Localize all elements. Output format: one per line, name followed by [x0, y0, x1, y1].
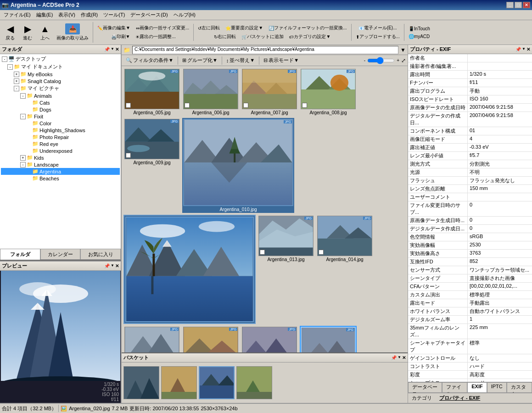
tree-item-redeye[interactable]: 📁 Red eye [1, 140, 120, 147]
thumb-checkbox-009[interactable] [126, 153, 131, 158]
menu-tools[interactable]: ツール(T) [101, 11, 128, 19]
props-pin-button[interactable]: 📌 [515, 47, 521, 52]
import-button[interactable]: 📥 画像の取り込み [54, 22, 91, 43]
preview-pin-button[interactable]: 📌 [104, 263, 110, 268]
props-tab-file[interactable]: ファイル [442, 382, 467, 393]
tree-item-kids[interactable]: + 📁 Kids [1, 154, 120, 161]
props-tab-iptc[interactable]: IPTC [487, 382, 507, 393]
preview-close-button[interactable]: ✕ [115, 263, 119, 268]
tree-item-mypictures[interactable]: - 📁 マイ ピクチャ [1, 84, 120, 92]
group-button[interactable]: ⊞ グループ化▼ [180, 56, 220, 65]
batch-resize-button[interactable]: ⇔ 画像の一括サイズ変更... [134, 24, 191, 32]
folder-tab[interactable]: フォルダ [0, 249, 40, 260]
intouch-button[interactable]: 📱 InTouch [406, 25, 432, 32]
maximize-button[interactable]: □ [515, 2, 522, 8]
props-menu-button[interactable]: ▼ [522, 47, 526, 52]
tree-item-landscape[interactable]: - 📁 Landscape [1, 161, 120, 168]
tree-item-fixit[interactable]: - 📁 Fixit [1, 113, 120, 120]
thumb-checkbox-008[interactable] [302, 103, 307, 108]
tree-toggle[interactable]: + [20, 155, 26, 161]
folder-tree[interactable]: - 🖥️ デスクトップ - 📁 マイ ドキュメント + 📁 My eBooks … [0, 54, 121, 249]
sort-button[interactable]: ↕ 並べ替え▼ [224, 56, 257, 65]
thumb-checkbox-005[interactable] [126, 103, 131, 108]
basket-item-1[interactable] [123, 366, 159, 399]
thumb-item-006[interactable]: JPG Argentina_006.jpg [182, 68, 239, 116]
tree-item-snagit[interactable]: + 📁 SnagIt Catalog [1, 78, 120, 84]
view-mode-button[interactable]: ⊟ 表示モード▼ [261, 56, 301, 65]
tree-toggle[interactable]: - [20, 162, 26, 167]
thumb-checkbox-013[interactable] [260, 250, 265, 255]
tree-toggle[interactable]: - [20, 93, 26, 99]
preview-menu-button[interactable]: ▼ [111, 263, 114, 268]
thumb-item-005[interactable]: JPG Argentina_005.jpg [123, 68, 180, 116]
rotate-left-button[interactable]: ↺ 左に回転 [196, 24, 222, 32]
thumb-checkbox-007[interactable] [243, 103, 248, 108]
thumbnail-area[interactable]: JPG Argentina_005.jpg [122, 66, 408, 352]
tree-item-underexposed[interactable]: 📁 Underexposed [1, 147, 120, 154]
tree-item-argentina[interactable]: 📁 Argentina [1, 168, 120, 175]
tree-item-beaches[interactable]: 📁 Beaches [1, 175, 120, 182]
props-close-button[interactable]: ✕ [526, 47, 530, 52]
forward-button[interactable]: ▶ 進む [19, 22, 36, 43]
menu-database[interactable]: データベース(D) [128, 11, 170, 19]
tree-item-photorepair[interactable]: 📁 Photo Repair [1, 134, 120, 140]
up-button[interactable]: ▲ 上へ [37, 22, 53, 43]
thumb-item-010-large[interactable]: JPG Argentina_010.jpg [182, 118, 294, 213]
tree-item-desktop[interactable]: - 🖥️ デスクトップ [1, 55, 120, 63]
tree-item-animals[interactable]: - 📁 Animals [1, 92, 120, 99]
props-exif-tab[interactable]: プロパティ - EXIF [437, 394, 482, 402]
props-tab-database[interactable]: データベース [408, 382, 442, 393]
tree-toggle[interactable]: - [20, 114, 26, 119]
category-set-button[interactable]: 🏷 カテゴリの設定▼ [287, 33, 333, 41]
thumb-item-009[interactable]: JPG Argentina_009.jpg [123, 118, 180, 213]
zoom-expand-button[interactable]: ⤢ [401, 57, 406, 64]
props-tab-custom[interactable]: カスタム [507, 382, 532, 393]
tree-item-highlights[interactable]: 📁 Highlights_Shadows [1, 127, 120, 134]
basket-add-button[interactable]: 🛒 バスケットに追加 [239, 33, 286, 41]
tree-toggle[interactable]: - [2, 56, 7, 62]
thumb-item-013[interactable]: JPG Argentina_013.jpg [258, 215, 314, 324]
basket-item-4[interactable] [236, 366, 272, 399]
breadcrumb-dropdown[interactable]: ▼ [400, 47, 406, 53]
edit-image-button[interactable]: ✏️ 画像の編集▼ [95, 24, 133, 32]
thumb-item-008[interactable]: JPG Argentina_008.jpg [300, 68, 357, 116]
props-tab-exif[interactable]: EXIF [467, 382, 487, 393]
basket-menu-button[interactable]: ▼ [398, 355, 401, 360]
menu-file[interactable]: ファイル(E) [1, 11, 34, 19]
menu-view[interactable]: 表示(V) [56, 11, 78, 19]
basket-pin-button[interactable]: 📌 [391, 355, 397, 360]
minimize-button[interactable]: _ [506, 2, 514, 8]
panel-close-button[interactable]: ✕ [115, 47, 119, 52]
tree-item-color[interactable]: 📁 Color [1, 120, 120, 127]
print-button[interactable]: 🖨️ 印刷▼ [109, 33, 133, 41]
upload-button[interactable]: ⬆ アップロードする... [353, 33, 402, 41]
tree-toggle[interactable]: - [7, 64, 13, 70]
tree-item-ebooks[interactable]: + 📁 My eBooks [1, 71, 120, 78]
properties-table[interactable]: 作者名撮影著作者/編集著...露出時間1/320 sFナンバーf/11露出プログ… [408, 54, 532, 382]
thumb-item-018[interactable]: JPG Argentina_018.jpg [182, 326, 239, 352]
importance-button[interactable]: ⭐ 重要度の設定▼ [223, 24, 265, 32]
menu-help[interactable]: ヘルプ(H) [171, 11, 198, 19]
tree-item-mydocs[interactable]: - 📁 マイ ドキュメント [1, 63, 120, 71]
tree-item-cats[interactable]: 📁 Cats [1, 99, 120, 106]
favorites-tab[interactable]: お気に入り [80, 249, 121, 260]
rotate-right-button[interactable]: ↻ 右に回転 [212, 33, 238, 41]
tree-item-dogs[interactable]: 📁 Dogs [1, 106, 120, 113]
email-button[interactable]: 📧 電子メール(E)... [356, 24, 399, 32]
basket-close-button[interactable]: ✕ [402, 355, 406, 360]
zoom-slider[interactable] [367, 57, 395, 64]
menu-create[interactable]: 作成(R) [78, 11, 101, 19]
calendar-tab[interactable]: カレンダー [40, 249, 81, 260]
breadcrumb-icon[interactable]: 📁 [123, 47, 130, 53]
back-button[interactable]: ◀ 戻る [2, 22, 18, 43]
filter-button[interactable]: 🔍 フィルタの条件▼ [123, 56, 176, 65]
tree-toggle[interactable]: + [14, 78, 19, 84]
format-convert-button[interactable]: 🔄 ファイルフォーマットの一括変換... [266, 24, 349, 32]
tree-toggle[interactable]: + [14, 72, 19, 77]
thumb-item-020[interactable]: JPG ✓ Argentina_020.jpg [300, 326, 357, 352]
panel-menu-button[interactable]: ▼ [111, 47, 114, 52]
myacd-button[interactable]: 🌐 myACD [406, 33, 432, 40]
thumb-item-014[interactable]: JPG Argentina_014.jpg [316, 215, 373, 324]
thumb-item-main-large[interactable] [123, 215, 256, 324]
panel-pin-button[interactable]: 📌 [104, 47, 110, 52]
